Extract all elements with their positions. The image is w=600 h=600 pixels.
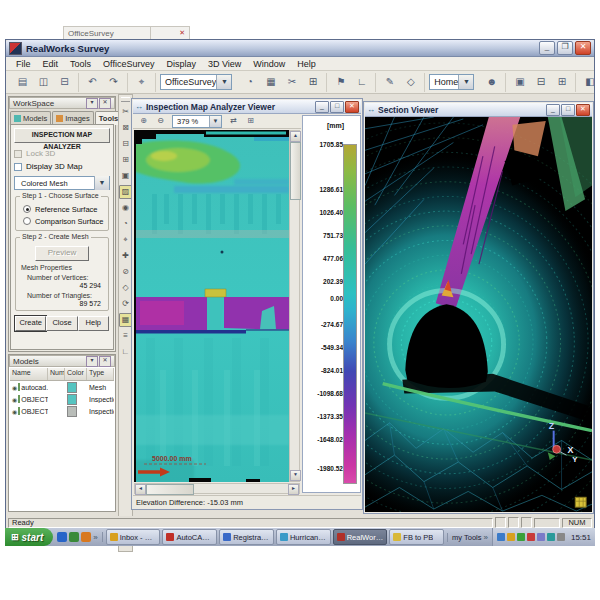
updates-tray-icon[interactable] <box>507 533 515 541</box>
display-3d-map-checkbox[interactable] <box>14 163 22 171</box>
flag-icon[interactable]: ⚑ <box>331 73 350 92</box>
mesh-icon[interactable]: ▦ <box>261 73 280 92</box>
maximize-button[interactable]: □ <box>330 101 344 113</box>
scroll-thumb[interactable] <box>290 142 301 200</box>
panel-close-icon[interactable]: ✕ <box>99 98 111 109</box>
volume-tray-icon[interactable] <box>557 533 565 541</box>
zoom-in-icon[interactable]: ⊕ <box>136 114 151 129</box>
sync-tray-icon[interactable] <box>547 533 555 541</box>
taskbar-button[interactable]: Hurricane - Micro... <box>276 529 331 545</box>
close-icon[interactable]: ✕ <box>576 104 590 116</box>
measure-icon[interactable]: ∟ <box>352 73 371 92</box>
alert-tray-icon[interactable] <box>527 533 535 541</box>
fit-view-icon[interactable]: ⊞ <box>243 114 258 129</box>
close-button-panel[interactable]: Close <box>46 316 77 331</box>
scroll-up-icon[interactable]: ▲ <box>290 131 301 142</box>
print-icon[interactable]: ⊟ <box>55 73 74 92</box>
minimize-button[interactable]: _ <box>539 41 555 55</box>
taskbar-button[interactable]: AutoCAD 2002 <box>162 529 217 545</box>
pick-target-icon[interactable]: ⌖ <box>132 73 151 92</box>
scroll-right-icon[interactable]: ► <box>288 484 299 495</box>
scroll-thumb[interactable] <box>146 484 194 495</box>
tab-models[interactable]: Models <box>10 111 51 125</box>
media-icon[interactable] <box>81 532 91 542</box>
zoom-level-combo[interactable]: 379 % ▼ <box>172 115 222 128</box>
close-button[interactable]: ✕ <box>575 41 591 55</box>
menu-window[interactable]: Window <box>247 59 291 69</box>
menu-display[interactable]: Display <box>160 59 202 69</box>
menu-3d-view[interactable]: 3D View <box>202 59 247 69</box>
internet-icon[interactable] <box>57 532 67 542</box>
tab-images[interactable]: Images <box>52 111 94 125</box>
column-header-num[interactable]: Num... <box>48 368 65 380</box>
officesurvey-combo[interactable]: OfficeSurvey▼ <box>160 74 232 90</box>
inspect-icon[interactable]: ⊞ <box>303 73 322 92</box>
redo-icon[interactable]: ↷ <box>104 73 123 92</box>
panel-collapse-icon[interactable]: ▾ <box>86 356 98 367</box>
tile-vertical-icon[interactable]: ⊞ <box>552 73 571 92</box>
preview-button[interactable]: Preview <box>35 246 89 261</box>
minimize-button[interactable]: _ <box>546 104 560 116</box>
sample-icon[interactable]: ◔ <box>240 73 259 92</box>
comparison-surface-radio[interactable] <box>23 217 31 225</box>
create-button[interactable]: Create <box>15 316 46 331</box>
section-3d-view[interactable]: Z X Y <box>365 117 592 512</box>
inspection-heatmap[interactable]: 5000.00 mm <box>134 130 289 482</box>
draw-icon[interactable]: ◇ <box>401 73 420 92</box>
taskbar-button[interactable]: Inbox - Microsof... <box>106 529 161 545</box>
my-tools-toolbar[interactable]: my Tools » <box>447 533 492 542</box>
column-header-name[interactable]: Name <box>10 368 48 380</box>
network-tray-icon[interactable] <box>497 533 505 541</box>
panel-close-icon[interactable]: ✕ <box>99 356 111 367</box>
menu-help[interactable]: Help <box>291 59 322 69</box>
menu-edit[interactable]: Edit <box>37 59 65 69</box>
visibility-eye-icon[interactable]: ◉ <box>12 408 17 415</box>
show-desktop-icon[interactable] <box>69 532 79 542</box>
menu-tools[interactable]: Tools <box>64 59 97 69</box>
panel-collapse-icon[interactable]: ▾ <box>86 98 98 109</box>
scroll-left-icon[interactable]: ◄ <box>135 484 146 495</box>
user-icon[interactable]: ☻ <box>482 73 501 92</box>
chevron-down-icon[interactable]: ▼ <box>94 176 109 190</box>
tile-horizontal-icon[interactable]: ⊟ <box>531 73 550 92</box>
horizontal-scrollbar[interactable]: ◄ ► <box>134 483 300 494</box>
table-row[interactable]: ◉autocad...Mesh <box>10 381 114 393</box>
home-combo[interactable]: Home▼ <box>429 74 474 90</box>
start-button[interactable]: ⊞ start <box>5 528 53 546</box>
visibility-eye-icon[interactable]: ◉ <box>12 384 17 391</box>
menu-officesurvey[interactable]: OfficeSurvey <box>97 59 160 69</box>
taskbar-button[interactable]: FB to PB <box>389 529 444 545</box>
chevron-down-icon[interactable]: ▼ <box>209 116 221 127</box>
zoom-out-icon[interactable]: ⊖ <box>153 114 168 129</box>
help-button[interactable]: Help <box>78 316 109 331</box>
menu-file[interactable]: File <box>10 59 37 69</box>
table-row[interactable]: ◉OBJECT...Inspectio... <box>10 405 114 417</box>
column-header-color[interactable]: Color <box>65 368 87 380</box>
swap-view-icon[interactable]: ⇄ <box>226 114 241 129</box>
close-icon[interactable]: ✕ <box>345 101 359 113</box>
save-icon[interactable]: ◫ <box>34 73 53 92</box>
taskbar-button[interactable]: Registration Rep... <box>219 529 274 545</box>
column-header-type[interactable]: Type <box>87 368 114 380</box>
undo-icon[interactable]: ↶ <box>83 73 102 92</box>
mesh-type-select[interactable]: Colored Mesh ▼ <box>14 176 110 190</box>
chevron-down-icon[interactable]: ▼ <box>216 75 231 89</box>
taskbar-button[interactable]: RealWorks Survey <box>333 529 388 545</box>
restore-button[interactable]: ❐ <box>557 41 573 55</box>
chevron-down-icon[interactable]: ▼ <box>458 75 473 89</box>
new-viewer-icon[interactable]: ◧ <box>580 73 594 92</box>
cut-icon[interactable]: ✂ <box>282 73 301 92</box>
chevron-icon[interactable]: » <box>93 533 97 542</box>
antivirus-tray-icon[interactable] <box>517 533 525 541</box>
open-icon[interactable]: ▤ <box>13 73 32 92</box>
minimize-button[interactable]: _ <box>315 101 329 113</box>
vertical-scrollbar[interactable]: ▲ ▼ <box>289 130 300 482</box>
maximize-button[interactable]: □ <box>561 104 575 116</box>
messenger-tray-icon[interactable] <box>537 533 545 541</box>
chevron-icon[interactable]: » <box>484 533 488 542</box>
cascade-icon[interactable]: ▣ <box>510 73 529 92</box>
reference-surface-radio[interactable] <box>23 205 31 213</box>
visibility-eye-icon[interactable]: ◉ <box>12 396 17 403</box>
toolbar-grip[interactable] <box>121 97 130 102</box>
table-row[interactable]: ◉OBJECT...Inspectio... <box>10 393 114 405</box>
